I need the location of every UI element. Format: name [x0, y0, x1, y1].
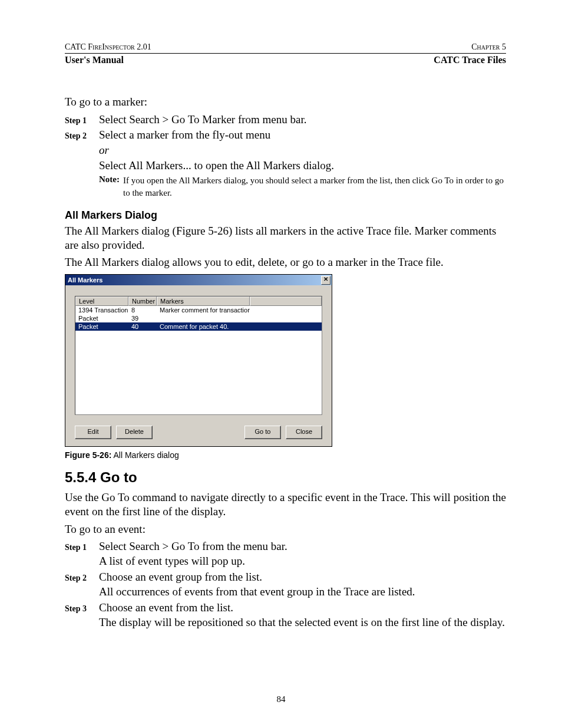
- close-icon[interactable]: ✕: [321, 276, 330, 285]
- close-button[interactable]: Close: [286, 426, 322, 439]
- header-left: CATC FireInspector 2.01: [65, 42, 151, 52]
- step-continuation: All occurrences of events from that even…: [99, 585, 506, 598]
- step-text: Choose an event from the list.: [99, 601, 233, 615]
- header-subleft: User's Manual: [65, 55, 124, 65]
- list-item[interactable]: 1394 Transaction 8 Marker comment for tr…: [75, 306, 322, 314]
- paragraph: Use the Go To command to navigate direct…: [65, 490, 506, 519]
- running-subheader: User's Manual CATC Trace Files: [65, 55, 506, 65]
- figure-number: Figure 5-26:: [65, 450, 111, 460]
- cell-number: 8: [128, 307, 157, 314]
- cell-level: Packet: [75, 315, 128, 322]
- page-number: 84: [0, 694, 562, 704]
- paragraph: The All Markers dialog allows you to edi…: [65, 255, 506, 269]
- step-continuation: The display will be repositioned so that…: [99, 616, 506, 629]
- step-label: Step 2: [65, 574, 99, 583]
- step-row: Step 1 Select Search > Go To Marker from…: [65, 113, 506, 127]
- paragraph: To go to a marker:: [65, 95, 506, 109]
- paragraph: To go to an event:: [65, 522, 506, 536]
- listview-header: Level Number Markers: [75, 297, 322, 306]
- step-row: Step 2 Choose an event group from the li…: [65, 570, 506, 584]
- list-item[interactable]: Packet 39: [75, 314, 322, 322]
- running-header: CATC FireInspector 2.01 Chapter 5: [65, 42, 506, 54]
- all-markers-dialog: All Markers ✕ Level Number Markers 1394 …: [65, 274, 332, 447]
- step-label: Step 3: [65, 604, 99, 614]
- step-continuation: A list of event types will pop up.: [99, 555, 506, 568]
- step-continuation: Select All Markers... to open the All Ma…: [99, 159, 506, 172]
- step-text: Select Search > Go To from the menu bar.: [99, 539, 287, 554]
- subheading-all-markers: All Markers Dialog: [65, 209, 506, 222]
- column-header-rest[interactable]: [250, 297, 322, 306]
- step-label: Step 1: [65, 116, 99, 126]
- note-label: Note:: [99, 174, 120, 199]
- column-header-markers[interactable]: Markers: [157, 297, 250, 306]
- manual-page: CATC FireInspector 2.01 Chapter 5 User's…: [0, 0, 562, 728]
- cell-markers: Comment for packet 40.: [157, 323, 250, 330]
- list-item[interactable]: Packet 40 Comment for packet 40.: [75, 322, 322, 331]
- column-header-number[interactable]: Number: [128, 297, 157, 306]
- cell-number: 40: [128, 323, 157, 330]
- cell-level: Packet: [75, 323, 128, 330]
- delete-button[interactable]: Delete: [116, 426, 153, 439]
- step-row: Step 3 Choose an event from the list.: [65, 601, 506, 615]
- cell-number: 39: [128, 315, 157, 322]
- step-row: Step 1 Select Search > Go To from the me…: [65, 539, 506, 554]
- dialog-button-row: Edit Delete Go to Close: [75, 426, 322, 439]
- step-label: Step 2: [65, 131, 99, 141]
- step-label: Step 1: [65, 543, 99, 552]
- markers-listview[interactable]: Level Number Markers 1394 Transaction 8 …: [75, 296, 322, 415]
- figure-caption-text: All Markers dialog: [113, 450, 178, 460]
- cell-markers: Marker comment for transaction 8.: [157, 307, 250, 314]
- edit-button[interactable]: Edit: [75, 426, 111, 439]
- dialog-titlebar[interactable]: All Markers ✕: [65, 275, 332, 285]
- dialog-body: Level Number Markers 1394 Transaction 8 …: [65, 285, 332, 446]
- dialog-title: All Markers: [68, 276, 103, 284]
- section-heading-goto: 5.5.4 Go to: [65, 469, 506, 486]
- step-row: Step 2 Select a marker from the fly-out …: [65, 128, 506, 142]
- step-text: Select a marker from the fly-out menu: [99, 128, 270, 142]
- note-block: Note: If you open the All Markers dialog…: [99, 174, 506, 199]
- cell-level: 1394 Transaction: [75, 307, 128, 314]
- button-spacer: [157, 426, 240, 439]
- goto-button[interactable]: Go to: [244, 426, 281, 439]
- figure-caption: Figure 5-26: All Markers dialog: [65, 450, 506, 460]
- note-text: If you open the All Markers dialog, you …: [123, 174, 506, 199]
- paragraph: The All Markers dialog (Figure 5-26) lis…: [65, 224, 506, 252]
- header-right: Chapter 5: [471, 42, 506, 52]
- step-text: Choose an event group from the list.: [99, 570, 262, 584]
- column-header-level[interactable]: Level: [75, 297, 128, 306]
- step-text: Select Search > Go To Marker from menu b…: [99, 113, 307, 127]
- header-subright: CATC Trace Files: [434, 55, 506, 65]
- step-or: or: [99, 144, 506, 157]
